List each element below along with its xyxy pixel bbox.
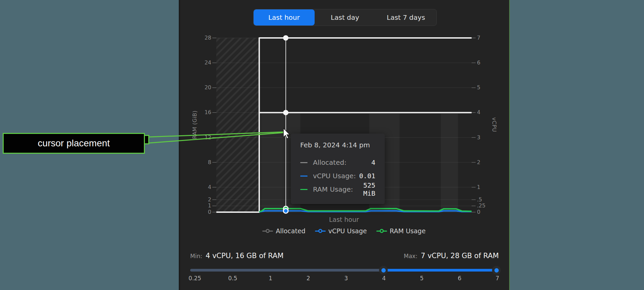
right-axis-tick-label: 1 [477, 184, 480, 191]
legend-label: vCPU Usage [328, 227, 367, 235]
slider-tick-label: 1 [261, 275, 281, 282]
tooltip-row-value: 0.01 [356, 172, 375, 180]
cursor-placement-callout: cursor placement [3, 133, 145, 154]
max-value: 7 vCPU, 28 GB of RAM [421, 252, 499, 260]
vcpu-axis-title: vCPU [491, 113, 497, 137]
chart-tooltip: Feb 8, 2024 4:14 pm Allocated:4vCPU Usag… [291, 134, 385, 204]
legend-item-vcpu-usage[interactable]: vCPU Usage [315, 227, 367, 235]
legend-item-allocated[interactable]: Allocated [262, 227, 305, 235]
right-axis-tick-label: 7 [477, 35, 480, 41]
left-axis-tick-label: 1 [191, 202, 211, 209]
range-summary: Min:4 vCPU, 16 GB of RAM Max:7 vCPU, 28 … [190, 252, 499, 260]
slider-tick-label: 2 [298, 275, 318, 282]
tooltip-row-label: vCPU Usage: [313, 172, 356, 180]
tooltip-row-value: 4 [346, 158, 375, 166]
left-axis-tick-label: 4 [191, 184, 211, 191]
tooltip-row: vCPU Usage:0.01 [300, 169, 375, 183]
slider-tick-label: 7 [487, 275, 507, 282]
tab-last-7-days[interactable]: Last 7 days [375, 9, 436, 26]
right-axis-tick-label: 2 [477, 159, 480, 166]
callout-text: cursor placement [38, 138, 110, 149]
right-axis-tick-label: 0 [477, 209, 480, 215]
right-axis-tick-label: 3 [477, 134, 480, 141]
max-allocation: Max:7 vCPU, 28 GB of RAM [404, 252, 499, 260]
tooltip-row-label: RAM Usage: [313, 185, 353, 193]
legend-marker-icon [315, 231, 326, 232]
right-axis-tick-label: 4 [477, 109, 480, 116]
legend-item-ram-usage[interactable]: RAM Usage [376, 227, 426, 235]
max-label: Max: [404, 253, 418, 259]
left-axis-tick-label: 24 [191, 59, 211, 66]
slider-tick-label: 0.5 [223, 275, 243, 282]
tab-last-day[interactable]: Last day [315, 9, 376, 26]
slider-handle-max[interactable] [492, 266, 501, 275]
x-axis-label: Last hour [216, 216, 472, 223]
left-axis-tick-label: 0 [191, 209, 211, 215]
tooltip-row: RAM Usage:525 MiB [300, 183, 375, 196]
series-color-dash-icon [300, 162, 308, 163]
slider-tick-label: 3 [336, 275, 356, 282]
left-axis-tick-label: 8 [191, 159, 211, 166]
callout-stem [145, 135, 149, 144]
left-axis-tick-label: 20 [191, 84, 211, 91]
slider-active-range[interactable] [383, 269, 499, 272]
left-axis-tick-label: 16 [191, 109, 211, 116]
tooltip-row: Allocated:4 [300, 156, 375, 169]
legend-label: Allocated [276, 227, 305, 235]
left-axis-tick-label: 12 [191, 134, 211, 141]
series-color-dash-icon [300, 176, 308, 177]
min-label: Min: [190, 253, 202, 259]
right-axis-tick-label: 6 [477, 59, 480, 66]
legend-marker-icon [376, 231, 387, 232]
slider-tick-label: 0.25 [185, 275, 205, 282]
tooltip-row-label: Allocated: [313, 158, 346, 166]
slider-tick-label: 6 [449, 275, 470, 282]
tooltip-timestamp: Feb 8, 2024 4:14 pm [300, 141, 375, 149]
screenshot-stage: Last hourLast dayLast 7 days RAM (GiB) v… [0, 0, 644, 290]
right-axis-tick-label: 5 [477, 84, 480, 91]
slider-handle-min[interactable] [379, 266, 388, 275]
slider-tick-label: 4 [374, 275, 394, 282]
min-allocation: Min:4 vCPU, 16 GB of RAM [190, 252, 283, 260]
slider-tick-label: 5 [412, 275, 432, 282]
tooltip-row-value: 525 MiB [353, 181, 375, 197]
series-color-dash-icon [300, 189, 308, 190]
right-axis-tick-label: .25 [477, 202, 485, 209]
right-axis-tick-label: .5 [477, 196, 482, 203]
legend-label: RAM Usage [390, 227, 426, 235]
min-value: 4 vCPU, 16 GB of RAM [206, 252, 283, 260]
chart-legend: AllocatedvCPU UsageRAM Usage [216, 226, 472, 236]
allocation-range-slider: 0.250.51234567 [190, 265, 499, 286]
left-axis-tick-label: 2 [191, 196, 211, 203]
legend-marker-icon [262, 231, 273, 232]
left-axis-tick-label: 28 [191, 35, 211, 41]
tab-last-hour[interactable]: Last hour [254, 9, 315, 26]
time-range-tabs: Last hourLast dayLast 7 days [253, 9, 437, 26]
